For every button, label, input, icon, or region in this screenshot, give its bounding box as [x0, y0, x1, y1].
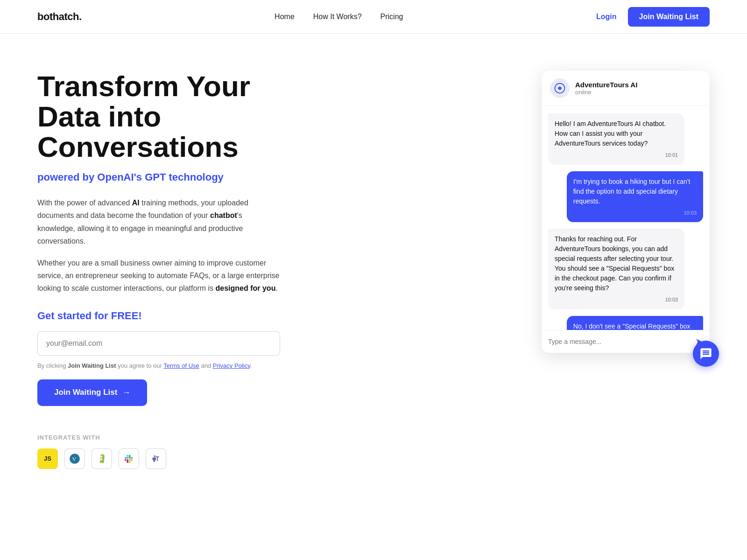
hero-right: AdventureTours AI online Hello! I am Adv… [542, 71, 710, 353]
chat-bot-avatar [550, 78, 570, 98]
designed-for-you: designed for you [216, 284, 276, 292]
integrates-section: INTEGRATES WITH JS [37, 434, 280, 469]
navbar: bothatch. Home How It Works? Pricing Log… [0, 0, 747, 34]
slack-icon [119, 448, 139, 469]
message-3-time: 10:03 [555, 296, 678, 304]
hero-title: Transform Your Data into Conversations [37, 71, 280, 162]
arrow-icon: → [122, 388, 130, 398]
nav-how-it-works[interactable]: How It Works? [313, 13, 362, 21]
email-input[interactable] [37, 331, 280, 356]
chat-input-row: ➤ [542, 330, 710, 353]
login-button[interactable]: Login [596, 13, 617, 21]
hero-left: Transform Your Data into Conversations p… [37, 71, 280, 469]
svg-point-2 [558, 87, 562, 90]
hero-desc1: With the power of advanced AI training m… [37, 196, 280, 247]
chat-message-input[interactable] [548, 338, 691, 345]
message-2: I'm trying to book a hiking tour but I c… [567, 171, 703, 223]
terms-link[interactable]: Terms of Use [163, 362, 199, 369]
chat-bot-status: online [575, 89, 637, 96]
teams-icon [146, 448, 166, 469]
hero-desc2: Whether you are a small business owner a… [37, 257, 280, 295]
chat-body: Hello! I am AdventureTours AI chatbot. H… [542, 106, 710, 330]
nav-actions: Login Join Waiting List [596, 7, 710, 27]
message-1-text: Hello! I am AdventureTours AI chatbot. H… [555, 120, 666, 147]
privacy-link[interactable]: Privacy Policy [213, 362, 250, 369]
message-4-text: No, I don't see a "Special Requests" box… [573, 322, 691, 330]
message-2-text: I'm trying to book a hiking tour but I c… [573, 178, 690, 205]
hero-subtitle: powered by OpenAI's GPT technology [37, 171, 280, 183]
join-waiting-list-button[interactable]: Join Waiting List → [37, 379, 147, 406]
consent-join-bold: Join Waiting List [68, 362, 116, 369]
chat-header-info: AdventureTours AI online [575, 81, 637, 96]
js-icon: JS [37, 448, 58, 469]
hero-section: Transform Your Data into Conversations p… [0, 34, 747, 497]
chat-bot-name: AdventureTours AI [575, 81, 637, 89]
nav-links: Home How It Works? Pricing [275, 13, 403, 21]
shopify-icon [92, 448, 112, 469]
message-3-text: Thanks for reaching out. For AdventureTo… [555, 235, 674, 292]
nav-home[interactable]: Home [275, 13, 295, 21]
message-3: Thanks for reaching out. For AdventureTo… [548, 229, 684, 309]
message-1-time: 10:01 [555, 151, 678, 159]
wordpress-icon [64, 448, 85, 469]
message-1: Hello! I am AdventureTours AI chatbot. H… [548, 113, 684, 165]
consent-text: By clicking Join Waiting List you agree … [37, 362, 280, 369]
chat-header: AdventureTours AI online [542, 71, 710, 106]
message-2-time: 10:03 [573, 209, 697, 217]
chat-window: AdventureTours AI online Hello! I am Adv… [542, 71, 710, 353]
message-4: No, I don't see a "Special Requests" box… [567, 316, 703, 330]
integrates-icons: JS [37, 448, 280, 469]
nav-pricing[interactable]: Pricing [381, 13, 403, 21]
chatbot-bold: chatbot [210, 211, 237, 219]
logo: bothatch. [37, 11, 82, 23]
float-chat-button[interactable] [693, 341, 719, 367]
integrates-label: INTEGRATES WITH [37, 434, 280, 441]
ai-bold: AI [132, 199, 140, 207]
cta-label: Get started for FREE! [37, 310, 280, 322]
join-button-label: Join Waiting List [54, 388, 117, 397]
join-waiting-list-nav-button[interactable]: Join Waiting List [628, 7, 710, 27]
